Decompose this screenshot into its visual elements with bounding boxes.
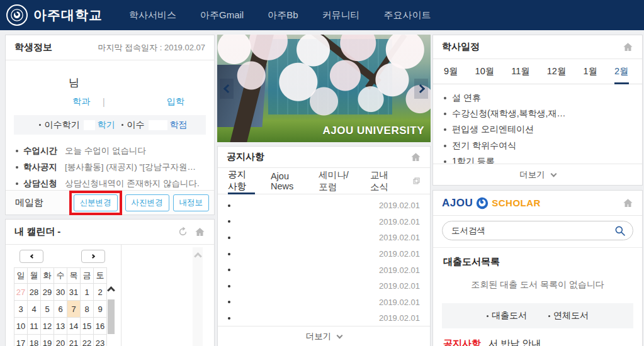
tab-month-feb[interactable]: 2월: [614, 60, 629, 84]
tab-campus-news[interactable]: 교내소식: [370, 168, 397, 194]
academic-schedule-panel: 학사일정 9월 10월 11월 12월 1월 2월 설 연휴 수강신청(재학생,…: [432, 35, 643, 186]
menu-item-ajou-gmail[interactable]: 아주Gmail: [200, 9, 244, 21]
calendar-day[interactable]: 30: [54, 284, 67, 301]
calendar-prev-button[interactable]: [20, 250, 43, 263]
calendar-day[interactable]: 17: [14, 335, 28, 346]
calendar-day[interactable]: 15: [81, 318, 94, 335]
loaned-books-link[interactable]: 대출도서: [487, 310, 527, 321]
schedule-item[interactable]: 편입생 오리엔테이션: [444, 122, 631, 138]
identity-change-button[interactable]: 신분변경: [74, 194, 118, 211]
tab-month-sep[interactable]: 9월: [444, 59, 458, 84]
home-icon[interactable]: [623, 42, 633, 52]
student-status-list: 수업시간 오늘 수업이 없습니다 학사공지 [봉사활동] (재공지) "[강남구…: [16, 143, 204, 192]
calendar-day[interactable]: 20: [54, 335, 67, 346]
calendar-day[interactable]: 6: [54, 301, 67, 318]
scroll-up-arrow-icon[interactable]: [107, 286, 115, 294]
tab-notices[interactable]: 공지사항: [228, 169, 255, 194]
notices-more-button[interactable]: 더보기: [218, 326, 430, 346]
overdue-books-link[interactable]: 연체도서: [548, 310, 589, 321]
calendar-day[interactable]: 9: [94, 301, 107, 318]
book-search-input[interactable]: [451, 221, 615, 240]
academic-notice-link[interactable]: [봉사활동] (재공지) "[강남구자원봉사센터]…: [65, 162, 204, 173]
calendar-day[interactable]: 22: [81, 335, 94, 346]
calendar-day[interactable]: 23: [94, 335, 107, 346]
admission-link[interactable]: 입학: [167, 96, 184, 108]
main-menu: 학사서비스 아주Gmail 아주Bb 커뮤니티 주요사이트: [129, 9, 431, 21]
tab-seminar-forum[interactable]: 세미나/포럼: [319, 168, 354, 194]
schedule-item[interactable]: 전기 학위수여식: [444, 138, 631, 153]
mini-calendar: 일 월 화 수 목 금 토 27 28 29 30 31 1 2: [6, 245, 121, 346]
home-icon[interactable]: [195, 226, 205, 237]
home-icon[interactable]: [623, 198, 633, 208]
calendar-day[interactable]: 4: [28, 301, 41, 318]
department-link[interactable]: 학과: [72, 96, 90, 108]
menu-item-major-sites[interactable]: 주요사이트: [384, 9, 431, 21]
schedule-title: 학사일정: [442, 41, 480, 53]
calendar-day[interactable]: 21: [67, 335, 81, 346]
calendar-day[interactable]: 5: [41, 301, 54, 318]
calendar-day[interactable]: 13: [54, 318, 67, 335]
tab-month-dec[interactable]: 12월: [547, 59, 567, 84]
tab-month-oct[interactable]: 10월: [475, 59, 495, 84]
dept-admission-row: 학과 | 입학: [55, 96, 214, 108]
notice-item[interactable]: 2019.02.01: [228, 214, 420, 230]
schedule-more-button[interactable]: 더보기: [433, 164, 642, 185]
carousel-next-button[interactable]: [414, 79, 428, 99]
notice-item[interactable]: 2019.02.01: [228, 310, 420, 326]
calendar-day[interactable]: 18: [28, 335, 41, 346]
home-icon[interactable]: [410, 152, 421, 162]
calendar-day[interactable]: 10: [14, 318, 28, 335]
calendar-day[interactable]: 31: [67, 284, 81, 301]
notice-item[interactable]: 2019.02.01: [228, 246, 420, 262]
calendar-day[interactable]: 8: [81, 301, 94, 318]
my-info-button[interactable]: 내정보: [173, 194, 210, 211]
menu-item-community[interactable]: 커뮤니티: [322, 9, 360, 21]
mailbox-label[interactable]: 메일함: [15, 197, 69, 209]
last-access-date: 마지막 접속일자 : 2019.02.07: [98, 42, 205, 53]
library-notice-link[interactable]: 서 반납 안내: [489, 338, 541, 346]
schedule-item[interactable]: 수강신청(재학생,복학생,재…: [444, 106, 631, 121]
banner-caption: AJOU UNIVERSITY: [323, 125, 424, 137]
calendar-day[interactable]: 11: [28, 318, 41, 335]
carousel-prev-button[interactable]: [220, 79, 234, 99]
notice-item[interactable]: 2019.02.01: [228, 262, 420, 278]
calendar-day[interactable]: 27: [14, 284, 28, 301]
notice-list: 2019.02.01 2019.02.01 2019.02.01 2019.02…: [218, 194, 430, 326]
calendar-day[interactable]: 28: [28, 284, 41, 301]
redacted-name: [45, 77, 69, 86]
student-info-panel: 학생정보 마지막 접속일자 : 2019.02.07 님 학과 | 입학 이수학…: [5, 35, 215, 215]
calendar-day[interactable]: 16: [94, 318, 107, 335]
search-icon[interactable]: [614, 225, 626, 237]
month-tab-bar: 9월 10월 11월 12월 1월 2월: [433, 59, 642, 84]
notice-item[interactable]: 2019.02.01: [228, 278, 420, 294]
notice-item[interactable]: 2019.02.01: [228, 198, 420, 214]
university-logo[interactable]: 아주대학교: [6, 4, 103, 26]
open-window-icon[interactable]: [413, 176, 420, 186]
calendar-day-today[interactable]: 7: [67, 301, 81, 318]
notice-item[interactable]: 2019.02.01: [228, 294, 420, 311]
scrollbar-thumb[interactable]: [108, 299, 115, 334]
notices-tab-bar: 공지사항 Ajou News 세미나/포럼 교내소식: [218, 168, 430, 194]
photo-change-button[interactable]: 사진변경: [125, 194, 169, 211]
schedule-item[interactable]: 설 연휴: [444, 90, 631, 106]
scholar-logo[interactable]: AJOU SCHOLAR: [442, 196, 541, 210]
calendar-day[interactable]: 3: [14, 301, 28, 318]
menu-item-academic-services[interactable]: 학사서비스: [129, 9, 176, 21]
tab-month-jan[interactable]: 1월: [583, 59, 597, 84]
calendar-day[interactable]: 1: [81, 284, 94, 301]
notice-item[interactable]: 2019.02.01: [228, 230, 420, 246]
refresh-icon[interactable]: [178, 226, 188, 237]
tab-ajou-news[interactable]: Ajou News: [271, 168, 303, 194]
chevron-up-icon[interactable]: [194, 252, 202, 260]
calendar-next-button[interactable]: [81, 250, 105, 263]
menu-item-ajou-bb[interactable]: 아주Bb: [268, 9, 298, 21]
calendar-body: 일 월 화 수 목 금 토 27 28 29 30 31 1 2: [6, 245, 214, 346]
tab-month-nov[interactable]: 11월: [511, 59, 530, 84]
calendar-day[interactable]: 12: [41, 318, 54, 335]
calendar-day[interactable]: 29: [41, 284, 54, 301]
calendar-day[interactable]: 14: [67, 318, 81, 335]
calendar-day[interactable]: 2: [94, 284, 107, 301]
notices-panel: 공지사항 공지사항 Ajou News 세미나/포럼 교내소식 2019.02.…: [217, 146, 431, 346]
calendar-day[interactable]: 19: [41, 335, 54, 346]
student-name-row: 님: [45, 75, 214, 90]
